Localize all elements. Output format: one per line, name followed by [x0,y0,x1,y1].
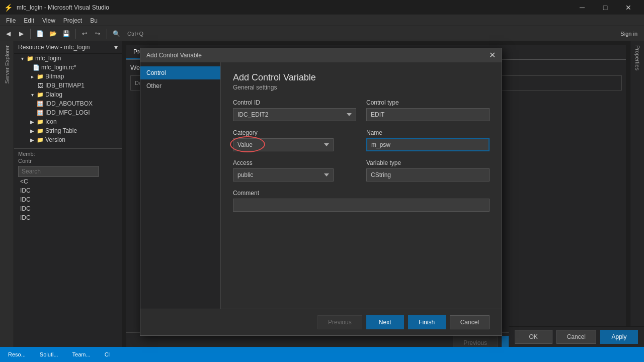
properties-label: Properties [634,45,640,70]
tree-item-string-table[interactable]: ▶ 📁 String Table [14,126,122,135]
control-id-select[interactable]: IDC_EDIT2 [233,108,356,121]
menu-view[interactable]: View [38,16,59,25]
toolbar: ◀ ▶ 📄 📂 💾 ↩ ↪ 🔍 Ctrl+Q Sign in [0,26,644,41]
form-row-3: Access public private protected Variable… [233,159,490,182]
folder-icon: 📁 [36,137,44,143]
next-button[interactable]: Next [366,315,404,329]
tree-item-version[interactable]: ▶ 📁 Version [14,135,122,144]
toolbar-open[interactable]: 📂 [47,28,59,40]
restore-button[interactable]: □ [594,0,617,15]
previous-button[interactable]: Previous [317,315,362,329]
category-group: Category Value [233,129,356,151]
control-id-label: Control ID [233,99,356,106]
comment-label: Comment [233,190,490,197]
tree-item-dialog[interactable]: ▾ 📁 Dialog [14,90,122,99]
dialog-nav: Control Other [140,62,221,309]
bottom-footer: OK Cancel Apply [509,326,644,347]
minimize-button[interactable]: ─ [571,0,594,15]
member-label: IDC [20,205,31,212]
tree-item-icon[interactable]: ▶ 📁 Icon [14,117,122,126]
member-item-3[interactable]: IDC [18,195,118,204]
form-row-1: Control ID IDC_EDIT2 Control type [233,99,490,121]
close-button[interactable]: ✕ [617,0,640,15]
category-circle-wrapper: Value [233,138,356,151]
ok-button[interactable]: OK [515,330,552,344]
control-type-input[interactable] [366,108,490,121]
tree-item-idb[interactable]: 🖼 IDB_BITMAP1 [14,81,122,90]
toolbar-forward[interactable]: ▶ [15,28,27,40]
toolbar-undo[interactable]: ↩ [78,28,91,40]
comment-input[interactable] [233,199,490,212]
tree-item-about[interactable]: 🪟 IDD_ABOUTBOX [14,99,122,108]
cancel-button[interactable]: Cancel [450,315,490,329]
apply-button[interactable]: Apply [600,330,638,344]
tab-reso[interactable]: Reso... [4,349,30,359]
tab-team[interactable]: Team... [68,349,95,359]
tab-soluti[interactable]: Soluti... [36,349,62,359]
menu-project[interactable]: Project [59,16,86,25]
members-section: Memb: Contr <C IDC IDC IDC IDC [14,148,122,224]
expand-icon: ▸ [28,74,36,79]
tree-label: mfc_login.rc* [41,64,76,71]
solution-header: Resource View - mfc_login ▾ [14,41,122,54]
nav-other[interactable]: Other [140,79,220,93]
toolbar-separator [30,29,31,39]
search-input[interactable] [18,166,99,177]
member-item-1[interactable]: <C [18,177,118,186]
name-input[interactable] [366,138,490,151]
menu-file[interactable]: File [2,16,20,25]
tree-item-bitmap[interactable]: ▸ 📁 Bitmap [14,72,122,81]
name-label: Name [366,129,490,136]
tree-label: mfc_login [35,55,61,62]
control-type-label: Control type [366,99,490,106]
access-group: Access public private protected [233,159,356,182]
tree-label: String Table [45,127,77,134]
expand-icon: ▾ [28,92,36,98]
cancel-footer-button[interactable]: Cancel [556,330,596,344]
category-select[interactable]: Value [233,138,334,151]
tree-label: IDD_ABOUTBOX [45,100,93,107]
folder-icon: 📁 [36,92,44,98]
file-icon: 📄 [32,64,40,71]
title-bar: ⚡ mfc_login - Microsoft Visual Studio ─ … [0,0,644,15]
member-item-2[interactable]: IDC [18,186,118,195]
folder-icon: 📁 [36,119,44,125]
form-row-2: Category Value Name [233,129,490,151]
finish-button[interactable]: Finish [408,315,446,329]
nav-control[interactable]: Control [140,66,220,79]
menu-edit[interactable]: Edit [20,16,38,25]
dialog-heading-area: Add Control Variable General settings [233,72,490,91]
tree-label: Version [45,136,65,143]
add-control-variable-dialog: Add Control Variable ✕ Control Other Add… [140,48,502,336]
tree-item-rc[interactable]: 📄 mfc_login.rc* [14,63,122,72]
resource-view-label: Resource View - mfc_login [18,44,90,51]
toolbar-redo[interactable]: ↪ [92,28,104,40]
toolbar-signin[interactable]: Sign in [616,28,642,40]
expand-icon: ▶ [28,137,36,143]
member-label: IDC [20,187,31,194]
member-label: IDC [20,214,31,221]
member-item-4[interactable]: IDC [18,204,118,213]
toolbar-back[interactable]: ◀ [2,28,14,40]
name-group: Name [366,129,490,151]
tree-item-mfc_login[interactable]: ▾ 📁 mfc_login [14,54,122,63]
toolbar-new[interactable]: 📄 [34,28,46,40]
variable-type-input[interactable] [366,168,490,182]
tree-item-mfc-login[interactable]: 🪟 IDD_MFC_LOGI [14,108,122,117]
status-bar: Reso... Soluti... Team... Cl [0,347,644,362]
menu-build[interactable]: Bu [86,16,102,25]
toolbar-search[interactable]: 🔍 [110,28,122,40]
access-select[interactable]: public private protected [233,168,334,182]
resource-view-dropdown[interactable]: ▾ [114,43,118,51]
title-bar-text: mfc_login - Microsoft Visual Studio [17,4,567,11]
member-item-5[interactable]: IDC [18,213,118,222]
dialog-form: Add Control Variable General settings Co… [221,62,502,309]
toolbar-save[interactable]: 💾 [60,28,72,40]
folder-icon: 📁 [26,55,34,62]
tab-cl[interactable]: Cl [101,349,114,359]
dialog-close-button[interactable]: ✕ [489,51,496,59]
expand-icon: ▶ [28,128,36,134]
dialog-body: Control Other Add Control Variable Gener… [140,62,502,309]
folder-icon: 📁 [36,128,44,134]
tree-label: IDD_MFC_LOGI [45,109,90,116]
